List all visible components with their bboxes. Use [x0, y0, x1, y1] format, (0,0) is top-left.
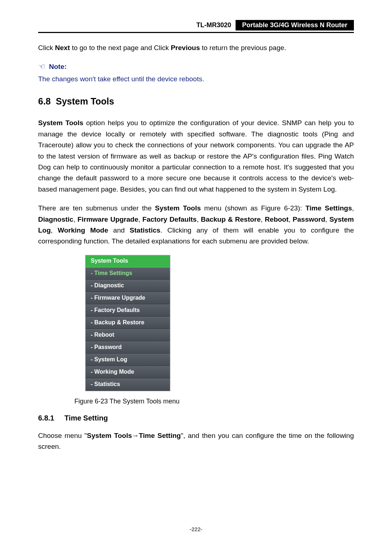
term-time-setting: Time Setting — [139, 432, 181, 439]
term-system-tools: System Tools — [38, 119, 83, 127]
submenu-names: Statistics — [130, 226, 160, 234]
menu-item-firmware-upgrade: - Firmware Upgrade — [86, 292, 170, 304]
submenu-names: Working Mode — [58, 226, 108, 234]
menu-item-diagnostic: - Diagnostic — [86, 280, 170, 292]
next-keyword: Next — [55, 44, 70, 52]
section-number: 6.8 — [38, 96, 51, 107]
note-text: The changes won't take effect until the … — [38, 75, 354, 83]
paragraph-time-setting: Choose menu "System Tools→Time Setting",… — [38, 430, 354, 452]
submenu-names: Firmware Upgrade — [77, 216, 138, 223]
submenu-names: Time Settings — [305, 204, 352, 212]
text: Choose menu " — [38, 432, 87, 439]
page-header: TL-MR3020 Portable 3G/4G Wireless N Rout… — [38, 20, 354, 30]
text: , — [51, 226, 58, 234]
menu-item-factory-defaults: - Factory Defaults — [86, 304, 170, 317]
menu-item-password: - Password — [86, 341, 170, 354]
page: TL-MR3020 Portable 3G/4G Wireless N Rout… — [0, 0, 392, 554]
text: , — [352, 204, 354, 212]
figure-caption: Figure 6-23 The System Tools menu — [74, 398, 354, 405]
text: Click — [38, 44, 55, 52]
text: to go to the next page and Click — [70, 44, 171, 52]
text: , — [261, 216, 265, 223]
section-heading: 6.8 System Tools — [38, 96, 354, 107]
text: and — [108, 226, 130, 234]
subsection-title: Time Setting — [64, 414, 108, 422]
subsection-heading: 6.8.1 Time Setting — [38, 414, 354, 422]
term-system-tools: System Tools — [87, 432, 132, 439]
arrow-icon: → — [132, 432, 139, 439]
submenu-names: Password — [293, 216, 325, 223]
text: , — [73, 216, 77, 223]
paragraph-submenu-list: There are ten submenus under the System … — [38, 203, 354, 247]
menu-item-system-log: - System Log — [86, 354, 170, 366]
text: , — [138, 216, 142, 223]
text: menu (shown as Figure 6-23): — [201, 204, 305, 212]
figure-menu: System Tools - Time Settings - Diagnosti… — [85, 255, 354, 391]
note-heading: ☞ Note: — [38, 62, 354, 71]
menu-item-reboot: - Reboot — [86, 329, 170, 341]
hand-point-icon: ☞ — [38, 62, 45, 71]
menu-item-time-settings: - Time Settings — [86, 267, 170, 280]
subsection-number: 6.8.1 — [38, 414, 54, 422]
text: option helps you to optimize the configu… — [38, 119, 354, 193]
submenu-names: Backup & Restore — [201, 216, 261, 223]
page-number: -222- — [189, 526, 202, 532]
submenu-names: Factory Defaults — [142, 216, 197, 223]
section-title: System Tools — [56, 96, 114, 107]
text: , — [197, 216, 201, 223]
menu-item-working-mode: - Working Mode — [86, 366, 170, 378]
submenu-names: Diagnostic — [38, 216, 73, 223]
text: to return the previous page. — [200, 44, 286, 52]
text: , — [289, 216, 293, 223]
menu-header: System Tools — [86, 255, 170, 267]
intro-sentence: Click Next to go to the next page and Cl… — [38, 42, 354, 53]
previous-keyword: Previous — [171, 44, 200, 52]
header-rule — [38, 32, 354, 33]
model-label: TL-MR3020 — [192, 20, 236, 30]
menu-item-statistics: - Statistics — [86, 378, 170, 391]
text: , — [325, 216, 329, 223]
submenu-names: Reboot — [265, 216, 289, 223]
paragraph-system-tools-intro: System Tools option helps you to optimiz… — [38, 118, 354, 195]
menu-item-backup-restore: - Backup & Restore — [86, 317, 170, 329]
term-system-tools: System Tools — [155, 204, 201, 212]
note-label: Note: — [49, 63, 67, 71]
device-title: Portable 3G/4G Wireless N Router — [236, 20, 354, 30]
system-tools-menu: System Tools - Time Settings - Diagnosti… — [85, 255, 170, 391]
text: There are ten submenus under the — [38, 204, 155, 212]
